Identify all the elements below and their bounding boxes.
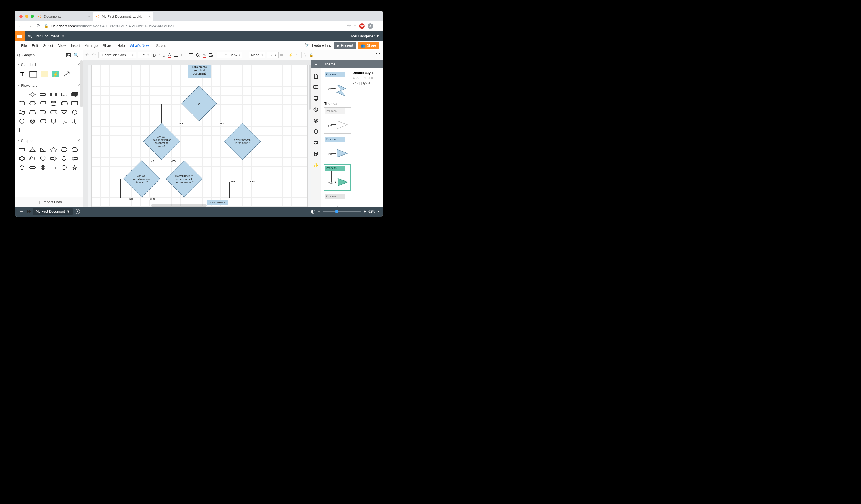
shape-udarrow[interactable] <box>39 164 47 170</box>
layers-icon[interactable] <box>313 117 319 124</box>
italic-button[interactable]: I <box>157 51 161 59</box>
adblock-icon[interactable]: ABP <box>359 23 365 29</box>
shape-box-button[interactable] <box>188 51 194 59</box>
theme-thumb[interactable]: Processyes <box>324 193 351 207</box>
cat-standard-toggle[interactable]: ▼Standard× <box>15 60 83 69</box>
present-button[interactable]: ▶ Present <box>334 42 356 50</box>
arrow-start-select[interactable]: None▼ <box>249 52 265 58</box>
tab-documents[interactable]: Documents × <box>35 12 93 21</box>
search-icon[interactable]: 🔍 <box>72 51 80 59</box>
shape-terminator[interactable] <box>39 92 47 98</box>
align-button[interactable] <box>172 51 179 59</box>
zoom-slider[interactable] <box>323 211 361 212</box>
shape-process[interactable] <box>18 92 26 98</box>
minimize-icon[interactable] <box>25 15 28 18</box>
close-icon[interactable]: × <box>78 83 80 88</box>
line-style-select[interactable]: ▼ <box>217 52 229 58</box>
set-default-button[interactable]: ⬙Set Default <box>353 76 374 80</box>
contrast-icon[interactable] <box>311 210 315 214</box>
menu-select[interactable]: Select <box>41 43 55 48</box>
node-net-cloud[interactable]: Is your network in the cloud? <box>229 128 256 154</box>
menu-edit[interactable]: Edit <box>29 43 41 48</box>
shape-merge[interactable] <box>60 109 68 115</box>
font-select[interactable]: Liberation Sans▼ <box>100 52 136 58</box>
menu-arrange[interactable]: Arrange <box>82 43 100 48</box>
node-doc-code[interactable]: Are you documenting or architecting code… <box>149 128 175 154</box>
user-menu[interactable]: Joel Bangerter ▼ <box>350 34 380 38</box>
shape-manual-in[interactable] <box>29 109 36 115</box>
extension-icon[interactable]: ⊞ <box>354 24 356 28</box>
line-type-button[interactable] <box>242 51 249 59</box>
tab-editor[interactable]: My First Document: Lucidchart × <box>93 12 153 21</box>
menu-icon[interactable]: ⋮ <box>376 24 380 29</box>
text-options-button[interactable]: T▾ <box>179 51 185 59</box>
lock-button[interactable]: 🔒 <box>308 51 315 59</box>
theme-thumb[interactable]: Processyes <box>324 107 351 134</box>
fullscreen-button[interactable] <box>374 51 382 59</box>
shape-decision[interactable] <box>29 92 36 98</box>
shape-brace-r[interactable] <box>60 118 68 124</box>
node-use-net[interactable]: Use network <box>207 200 228 205</box>
action-button[interactable]: ⚡ <box>287 51 294 59</box>
text-color-button[interactable]: A <box>167 51 172 59</box>
star-icon[interactable]: ☆ <box>347 23 351 29</box>
node-formal[interactable]: Do you need to create formal documentati… <box>171 166 197 192</box>
apply-all-button[interactable]: 🖌Apply All <box>353 81 374 85</box>
shape-predef[interactable] <box>50 92 57 98</box>
chat-icon[interactable] <box>313 139 319 146</box>
feature-find[interactable]: Feature Find <box>312 43 332 47</box>
shape-multidoc[interactable] <box>71 92 79 98</box>
close-icon[interactable]: × <box>78 138 80 143</box>
shape-darrow[interactable] <box>60 155 68 162</box>
presentation-icon[interactable] <box>313 95 319 102</box>
shape-display[interactable] <box>39 118 47 124</box>
master-icon[interactable] <box>313 128 319 135</box>
comment-icon[interactable]: 99 <box>313 84 319 90</box>
shape-hexagon[interactable] <box>29 100 36 107</box>
magnet-button[interactable]: ⋂ <box>294 51 300 59</box>
shape-cross[interactable] <box>18 155 26 162</box>
shape-block[interactable] <box>29 71 38 78</box>
slice-button[interactable]: ╲ <box>303 51 308 59</box>
share-button[interactable]: 👥 Share <box>358 42 379 50</box>
theme-thumb[interactable]: Processyes <box>324 136 351 162</box>
zoom-in-button[interactable]: + <box>364 209 366 214</box>
shape-uarrow[interactable] <box>18 164 26 170</box>
gear-icon[interactable]: ⚙ <box>17 53 23 58</box>
shape-paper[interactable] <box>18 109 26 115</box>
back-button[interactable]: ← <box>16 22 25 30</box>
shape-sum[interactable] <box>29 118 36 124</box>
close-icon[interactable] <box>19 15 23 18</box>
edit-icon[interactable]: ✎ <box>62 34 65 38</box>
shape-hexagon2[interactable] <box>60 146 68 153</box>
shape-triangle[interactable] <box>29 146 36 153</box>
shape-cloud[interactable] <box>29 155 36 162</box>
scrollbar[interactable] <box>151 204 207 207</box>
node-viz-db[interactable]: Are you visualizing your database? <box>129 166 155 192</box>
shape-document[interactable] <box>60 92 68 98</box>
stroke-color-button[interactable]: ✎ <box>201 51 207 59</box>
maximize-icon[interactable] <box>30 15 34 18</box>
shape-rarrow[interactable] <box>50 155 57 162</box>
menu-view[interactable]: View <box>56 43 69 48</box>
shape-stored[interactable] <box>50 109 57 115</box>
import-data-button[interactable]: →] Import Data <box>15 197 83 207</box>
canvas[interactable]: Let's create your first document A NO YE… <box>83 60 311 207</box>
theme-thumb[interactable]: Processyes <box>324 164 351 191</box>
close-icon[interactable]: × <box>78 62 80 67</box>
shape-options-button[interactable] <box>207 51 215 59</box>
shape-note[interactable] <box>18 127 26 133</box>
shape-octagon[interactable] <box>71 146 79 153</box>
magic-icon[interactable]: ✨ <box>313 162 319 168</box>
menu-insert[interactable]: Insert <box>68 43 82 48</box>
shape-callout-r[interactable] <box>50 164 57 170</box>
zoom-value[interactable]: 62% <box>368 210 375 213</box>
shape-pentagon[interactable] <box>50 146 57 153</box>
image-icon[interactable] <box>65 51 72 59</box>
shape-data-io[interactable] <box>18 100 26 107</box>
whats-new-link[interactable]: What's New <box>127 43 151 48</box>
zoom-out-button[interactable]: − <box>317 209 320 214</box>
scrollbar[interactable] <box>80 60 83 107</box>
shape-parallelogram[interactable] <box>39 100 47 107</box>
menu-share[interactable]: Share <box>100 43 115 48</box>
